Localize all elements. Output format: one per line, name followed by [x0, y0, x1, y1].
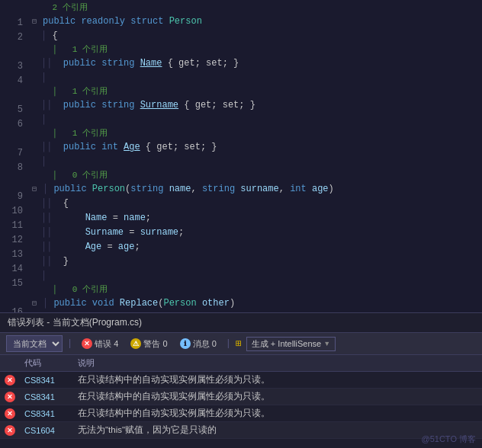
error-panel-header: 错误列表 - 当前文档(Program.cs) — [0, 313, 482, 333]
warn-badge: ⚠ 警告 0 — [126, 338, 172, 350]
ref-count-ctor: │ 0 个引用 — [29, 169, 482, 182]
code-editor: 1 2 3 4 5 6 7 8 9 10 11 12 13 14 15 16 1… — [0, 0, 482, 312]
error-icon: ✕ — [82, 338, 92, 349]
code-line-11: │ │ Name = name ; — [29, 211, 482, 226]
error-desc: 在只读结构中的自动实现实例属性必须为只读。 — [75, 406, 482, 421]
filter-select[interactable]: 当前文档 — [6, 335, 63, 352]
warn-icon: ⚠ — [130, 338, 141, 349]
error-circle-icon: ✕ — [5, 375, 15, 386]
fold-icon-1[interactable]: ⊟ — [32, 14, 41, 29]
code-line-16: ⊟ │ public void Replace ( Person other ) — [29, 296, 482, 311]
error-icon-cell: ✕ — [0, 373, 21, 387]
code-line-9: ⊟ │ public Person ( string name , string… — [29, 182, 482, 197]
error-row[interactable]: ✕ CS8341 在只读结构中的自动实现实例属性必须为只读。 — [0, 372, 482, 389]
error-row[interactable]: ✕ CS8341 在只读结构中的自动实现实例属性必须为只读。 — [0, 389, 482, 405]
error-code: CS8341 — [21, 391, 75, 403]
chevron-down-icon: ▼ — [323, 340, 330, 347]
error-icon-cell: ✕ — [0, 424, 21, 437]
code-line-17: │ │ { — [29, 311, 482, 312]
build-label: 生成 + IntelliSense — [252, 338, 321, 350]
error-code: CS8341 — [21, 408, 75, 420]
code-line-12: │ │ Surname = surname ; — [29, 226, 482, 240]
error-icon-cell: ✕ — [0, 407, 21, 421]
error-badge: ✕ 错误 4 — [77, 338, 123, 350]
fold-icon-9[interactable]: ⊟ — [32, 182, 41, 197]
line-numbers: 1 2 3 4 5 6 7 8 9 10 11 12 13 14 15 16 1… — [0, 0, 29, 312]
ref-count-name: │ 1 个引用 — [29, 43, 482, 56]
ref-count-age: │ 1 个引用 — [29, 127, 482, 140]
error-toolbar: 当前文档 | ✕ 错误 4 ⚠ 警告 0 ℹ 消息 0 | ⊞ 生成 + Int… — [0, 333, 482, 355]
error-desc: 在只读结构中的自动实现实例属性必须为只读。 — [75, 389, 482, 404]
code-line-7: │ │ public int Age { get ; set ; } — [29, 140, 482, 155]
error-circle-icon: ✕ — [5, 408, 15, 419]
error-circle-icon: ✕ — [5, 392, 15, 402]
fold-icon-16[interactable]: ⊟ — [32, 296, 41, 311]
code-area: 1 2 3 4 5 6 7 8 9 10 11 12 13 14 15 16 1… — [0, 0, 482, 312]
error-list: ✕ CS8341 在只读结构中的自动实现实例属性必须为只读。 ✕ CS8341 … — [0, 372, 482, 439]
error-circle-icon: ✕ — [5, 425, 15, 436]
ref-count-surname: │ 1 个引用 — [29, 85, 482, 98]
filter-icon: ⊞ — [236, 338, 242, 350]
code-content: 2 个引用 ⊟ public readonly struct Person │ … — [29, 0, 482, 312]
error-icon-cell: ✕ — [0, 390, 21, 404]
error-code: CS8341 — [21, 374, 75, 386]
warn-label: 警告 0 — [143, 338, 167, 350]
col-code-header: 代码 — [21, 355, 75, 371]
watermark: @51CTO 博客 — [422, 434, 476, 445]
build-button[interactable]: 生成 + IntelliSense ▼ — [246, 337, 336, 351]
info-label: 消息 0 — [193, 338, 217, 350]
error-label: 错误 4 — [95, 338, 118, 350]
code-line-5: │ │ public string Surname { get ; set ; … — [29, 98, 482, 113]
error-panel-title: 错误列表 - 当前文档(Program.cs) — [8, 317, 142, 328]
info-badge: ℹ 消息 0 — [175, 338, 221, 350]
ref-count-struct: 2 个引用 — [29, 2, 482, 14]
error-desc: 在只读结构中的自动实现实例属性必须为只读。 — [75, 373, 482, 387]
error-code: CS1604 — [21, 424, 75, 437]
code-line-6: │ — [29, 113, 482, 127]
error-panel: 错误列表 - 当前文档(Program.cs) 当前文档 | ✕ 错误 4 ⚠ … — [0, 312, 482, 439]
code-line-10: │ │ { — [29, 197, 482, 211]
error-list-header: 代码 说明 — [0, 355, 482, 372]
error-row[interactable]: ✕ CS8341 在只读结构中的自动实现实例属性必须为只读。 — [0, 405, 482, 422]
col-desc-header: 说明 — [75, 355, 482, 371]
code-line-8: │ — [29, 155, 482, 169]
code-line-1: ⊟ public readonly struct Person — [29, 14, 482, 29]
code-line-14: │ │ } — [29, 254, 482, 269]
code-line-2: │ { — [29, 29, 482, 43]
ref-count-replace: │ 0 个引用 — [29, 283, 482, 296]
code-line-4: │ — [29, 71, 482, 85]
error-row[interactable]: ✕ CS1604 无法为"this"赋值，因为它是只读的 — [0, 422, 482, 439]
code-line-15: │ — [29, 269, 482, 283]
info-icon: ℹ — [180, 338, 191, 349]
code-line-3: │ │ public string Name { get ; set ; } — [29, 56, 482, 71]
code-line-13: │ │ Age = age ; — [29, 240, 482, 254]
